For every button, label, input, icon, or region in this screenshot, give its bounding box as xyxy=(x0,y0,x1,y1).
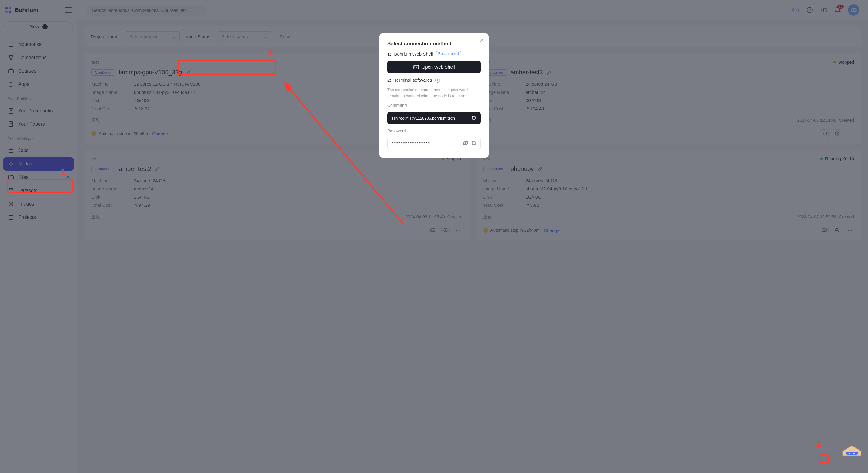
modal-overlay[interactable]: ✕ Select connection method 1: Bohrium We… xyxy=(0,0,868,473)
svg-rect-43 xyxy=(846,452,858,455)
connection-modal: ✕ Select connection method 1: Bohrium We… xyxy=(379,33,489,158)
toggle-password-icon[interactable] xyxy=(463,141,468,145)
modal-title: Select connection method xyxy=(387,41,481,47)
open-web-shell-button[interactable]: Open Web Shell xyxy=(387,61,481,73)
svg-point-45 xyxy=(854,453,855,454)
modal-step-1: 1: Bohrium Web Shell Recommend xyxy=(387,51,481,57)
password-text: ***************** xyxy=(392,141,430,146)
command-text: ssh root@stfv1128906.bohrium.tech xyxy=(392,116,455,121)
copy-password-icon[interactable] xyxy=(471,141,476,146)
info-icon[interactable]: i xyxy=(435,78,440,83)
command-label: Command xyxy=(387,103,481,108)
assistant-float-icon[interactable] xyxy=(841,442,863,458)
svg-rect-35 xyxy=(414,65,418,69)
copy-command-icon[interactable] xyxy=(472,116,476,121)
password-box: ***************** xyxy=(387,137,481,149)
modal-close-icon[interactable]: ✕ xyxy=(480,38,484,43)
app-root: Bohrium New + NotebooksCompetitionsCours… xyxy=(0,0,868,473)
password-label: Password xyxy=(387,128,481,133)
modal-note: The connection command and login passwor… xyxy=(387,87,481,99)
recommend-tag: Recommend xyxy=(436,51,461,57)
modal-step-2: 2: Terminal softwares i xyxy=(387,77,481,83)
command-box: ssh root@stfv1128906.bohrium.tech xyxy=(387,112,481,124)
svg-point-44 xyxy=(849,453,850,454)
terminal-icon xyxy=(413,65,419,69)
